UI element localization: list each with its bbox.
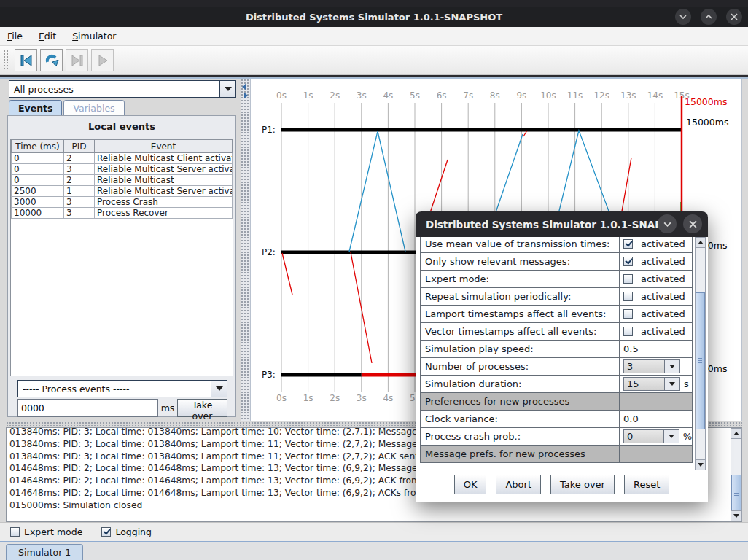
window-title: Distributed Systems Simulator 1.0.1-SNAP… xyxy=(246,12,502,23)
table-row[interactable]: 30003Process Crash xyxy=(12,197,233,208)
dialog-scrollbar-thumb[interactable] xyxy=(696,292,705,429)
dialog-row[interactable]: Expert mode:activated xyxy=(420,270,693,288)
activated-checkbox[interactable] xyxy=(623,309,633,319)
replay-button[interactable] xyxy=(40,49,63,71)
dialog-row[interactable]: Vector timestamps affect all events:acti… xyxy=(420,322,693,341)
minimize-icon[interactable] xyxy=(675,9,691,25)
dialog-row[interactable]: Lamport timestamps affect all events:act… xyxy=(420,305,693,323)
table-row[interactable]: 03Reliable Multicast Server activated xyxy=(12,164,233,175)
table-row[interactable]: 02Reliable Multicast xyxy=(12,175,233,186)
vertical-splitter[interactable] xyxy=(241,79,250,421)
chevron-down-icon[interactable] xyxy=(665,360,679,373)
dialog-row: Preferences for new processes xyxy=(420,392,693,411)
chevron-down-icon[interactable] xyxy=(665,378,679,390)
collapse-right-icon[interactable] xyxy=(244,92,248,99)
dialog-row-value: 0.5 xyxy=(619,340,693,358)
table-cell: 0 xyxy=(12,153,64,164)
table-cell: 10000 xyxy=(12,208,64,219)
process-filter-combobox[interactable]: All processes xyxy=(9,80,236,98)
dialog-row-value: activated xyxy=(619,270,693,288)
dialog-row[interactable]: Simulation duration:15s xyxy=(420,375,693,393)
jump-to-start-button[interactable] xyxy=(15,49,37,71)
chevron-down-icon[interactable] xyxy=(219,81,235,97)
dialog-row-label: Only show relevant messages: xyxy=(420,252,620,271)
menu-item-simulator[interactable]: Simulator xyxy=(72,31,116,42)
jump-to-end-button xyxy=(66,49,88,71)
activated-checkbox[interactable] xyxy=(623,292,633,301)
ok-button[interactable]: OK xyxy=(454,475,487,494)
scroll-down-icon[interactable] xyxy=(731,510,741,521)
dialog-titlebar[interactable]: Distributed Systems Simulator 1.0.1-SNAP… xyxy=(416,211,708,237)
log-scrollbar-thumb[interactable] xyxy=(731,475,741,513)
tab-simulator-1[interactable]: Simulator 1 xyxy=(6,544,83,560)
log-scrollbar[interactable] xyxy=(731,428,742,521)
x-tick-label: 1s xyxy=(303,90,313,101)
events-panel: Local events Time (ms)PIDEvent 02Reliabl… xyxy=(7,115,236,417)
value-combobox[interactable]: 0 xyxy=(623,429,679,443)
reset-button[interactable]: Reset xyxy=(624,475,669,494)
time-input[interactable] xyxy=(17,399,158,417)
close-icon[interactable] xyxy=(726,9,742,25)
value-combobox[interactable]: 15 xyxy=(623,377,680,391)
abort-button[interactable]: Abort xyxy=(496,475,541,494)
take-over-button[interactable]: Take over xyxy=(550,475,615,494)
menu-item-edit[interactable]: Edit xyxy=(39,31,56,42)
dialog-row[interactable]: Use mean value of transmission times:act… xyxy=(420,235,693,253)
tab-events[interactable]: Events xyxy=(9,100,62,116)
dialog-row-label: Vector timestamps affect all events: xyxy=(420,322,620,341)
activated-checkbox[interactable] xyxy=(623,239,633,249)
local-events-table[interactable]: Time (ms)PIDEvent 02Reliable Multicast C… xyxy=(10,139,233,376)
toolbar-drag-handle[interactable] xyxy=(3,50,9,71)
scroll-up-icon[interactable] xyxy=(696,238,705,248)
dialog-close-icon[interactable] xyxy=(683,214,702,233)
activated-checkbox[interactable] xyxy=(623,327,633,336)
scroll-down-icon[interactable] xyxy=(696,459,705,470)
table-header-row: Time (ms)PIDEvent xyxy=(12,140,233,153)
x-tick-label: 0s xyxy=(276,393,287,403)
menu-item-file[interactable]: File xyxy=(7,31,23,42)
dialog-row[interactable]: Number of processes:3 xyxy=(420,357,693,376)
process-events-combobox[interactable]: ----- Process events ----- xyxy=(17,380,227,397)
dialog-row[interactable]: Repeat simulation periodically:activated xyxy=(420,287,693,306)
dialog-scrollbar[interactable] xyxy=(695,237,706,470)
table-row[interactable]: 25001Reliable Multicast Server activated xyxy=(12,186,233,197)
table-cell: Reliable Multicast Server activated xyxy=(95,186,233,197)
simulator-tabstrip: Simulator 1 xyxy=(0,541,748,560)
logging-checkbox[interactable] xyxy=(101,527,111,537)
activated-checkbox[interactable] xyxy=(623,257,633,266)
maximize-icon[interactable] xyxy=(701,9,717,25)
background-window-strip xyxy=(0,0,748,7)
table-row[interactable]: 100003Process Recover xyxy=(12,208,233,219)
take-over-button[interactable]: Take over xyxy=(177,399,227,417)
dialog-row-value xyxy=(619,392,693,411)
tab-variables[interactable]: Variables xyxy=(63,100,124,116)
column-header: PID xyxy=(64,140,95,153)
chevron-down-icon[interactable] xyxy=(211,381,227,397)
dialog-row-label: Process crash prob.: xyxy=(420,427,620,446)
x-tick-label: 3s xyxy=(357,90,367,101)
dialog-row[interactable]: Clock variance:0.0 xyxy=(420,410,693,428)
dialog-row[interactable]: Process crash prob.:0% xyxy=(420,427,693,446)
x-tick-label: 14s xyxy=(647,90,663,101)
checkbox-label: activated xyxy=(641,256,685,267)
activated-checkbox[interactable] xyxy=(623,274,633,284)
checkbox-label: activated xyxy=(641,273,685,284)
expert-mode-checkbox[interactable] xyxy=(10,527,20,537)
table-row[interactable]: 02Reliable Multicast Client activated xyxy=(12,153,233,164)
dialog-row[interactable]: Only show relevant messages:activated xyxy=(420,252,693,271)
dialog-minimize-icon[interactable] xyxy=(658,214,677,233)
process-label: P1: xyxy=(262,125,276,135)
dialog-row: Message prefs. for new processes xyxy=(420,445,693,463)
value-combobox[interactable]: 3 xyxy=(623,359,680,373)
scroll-up-icon[interactable] xyxy=(731,429,741,439)
titlebar[interactable]: Distributed Systems Simulator 1.0.1-SNAP… xyxy=(0,7,748,27)
process-label: P3: xyxy=(262,370,276,380)
app-window: Distributed Systems Simulator 1.0.1-SNAP… xyxy=(0,0,748,560)
table-cell: 0 xyxy=(12,175,64,186)
dialog-row[interactable]: Simulation play speed:0.5 xyxy=(420,340,693,358)
menubar: FileEditSimulator xyxy=(0,27,748,46)
dialog-row-label: Message prefs. for new processes xyxy=(420,445,620,463)
collapse-left-icon[interactable] xyxy=(242,83,246,90)
dialog-row-value: activated xyxy=(619,305,693,323)
chevron-down-icon[interactable] xyxy=(664,430,679,443)
